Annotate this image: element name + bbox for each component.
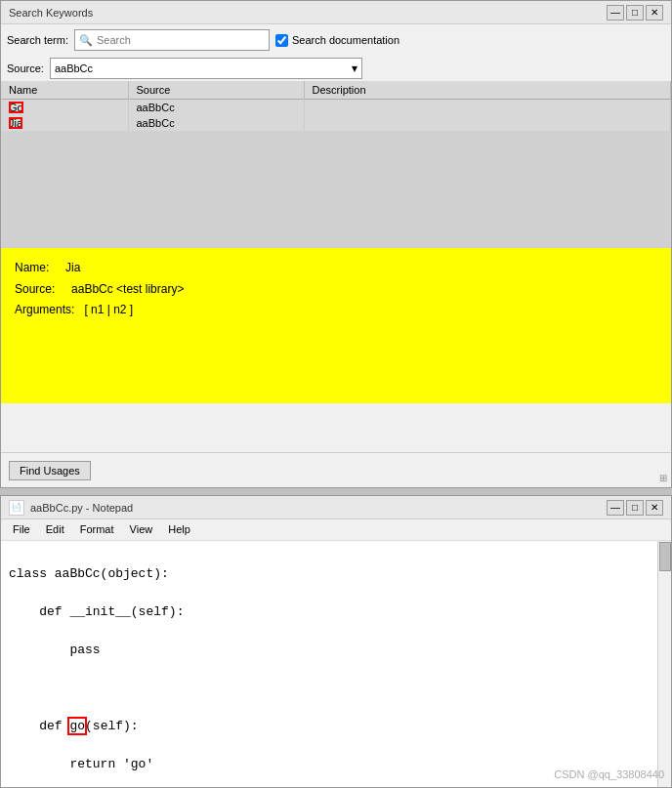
notepad-maximize-button[interactable]: □ [626, 500, 644, 516]
table-row[interactable]: Go aaBbCc [1, 100, 671, 116]
col-source: Source [128, 81, 304, 100]
row-description [304, 100, 671, 116]
source-value: aaBbCc [55, 62, 93, 74]
search-keywords-window: Search Keywords — □ ✕ Search term: 🔍 Sea… [0, 0, 672, 488]
notepad-title: aaBbCc.py - Notepad [30, 502, 133, 514]
code-line-4 [9, 679, 663, 698]
source-dropdown[interactable]: aaBbCc ▾ [50, 58, 362, 79]
search-toolbar: Search term: 🔍 Search documentation [1, 24, 671, 56]
highlight-go: go [69, 719, 85, 733]
col-name: Name [1, 81, 128, 100]
menu-file[interactable]: File [5, 521, 38, 538]
notepad-controls: — □ ✕ [607, 500, 663, 516]
source-label: Source: [7, 62, 44, 74]
notepad-title-left: 📄 aaBbCc.py - Notepad [9, 500, 133, 516]
search-window-titlebar: Search Keywords — □ ✕ [1, 1, 671, 24]
menu-edit[interactable]: Edit [38, 521, 72, 538]
row-source: aaBbCc [128, 100, 304, 116]
chevron-down-icon: ▾ [352, 62, 357, 75]
row-highlight-go: Go [9, 102, 23, 113]
search-term-label: Search term: [7, 34, 68, 46]
info-name-row: Name: Jia [15, 258, 657, 279]
search-window-controls: — □ ✕ [607, 5, 663, 21]
notepad-minimize-button[interactable]: — [607, 500, 624, 516]
notepad-file-icon: 📄 [9, 500, 24, 516]
menu-help[interactable]: Help [160, 521, 198, 538]
row-name: Go [1, 100, 128, 116]
search-doc-label: Search documentation [292, 34, 399, 46]
code-line-5: def go(self): [9, 717, 663, 736]
results-table-header: Name Source Description [1, 81, 671, 100]
info-panel: Name: Jia Source: aaBbCc <test library> … [1, 247, 671, 403]
notepad-menubar: File Edit Format View Help [1, 519, 671, 541]
minimize-button[interactable]: — [607, 5, 624, 21]
col-description: Description [304, 81, 671, 100]
info-args-value: [ n1 | n2 ] [84, 303, 133, 316]
maximize-button[interactable]: □ [626, 5, 644, 21]
search-window-title: Search Keywords [9, 7, 93, 19]
code-line-1: class aaBbCc(object): [9, 564, 663, 584]
close-button[interactable]: ✕ [646, 5, 663, 21]
info-source-label: Source: [15, 282, 55, 296]
row-name: Jia [1, 115, 128, 131]
search-bottom-toolbar: Find Usages ⊞ [1, 452, 671, 487]
info-source-row: Source: aaBbCc <test library> [15, 279, 657, 301]
search-icon: 🔍 [79, 34, 93, 47]
results-table-area[interactable]: Name Source Description Go aaBbCc Jia [1, 81, 671, 247]
results-table: Name Source Description Go aaBbCc Jia [1, 81, 671, 131]
search-input[interactable] [97, 34, 265, 46]
code-line-3: pass [9, 641, 663, 660]
notepad-scrollbar[interactable] [657, 541, 671, 787]
source-row: Source: aaBbCc ▾ [1, 56, 671, 81]
table-row[interactable]: Jia aaBbCc [1, 115, 671, 131]
notepad-close-button[interactable]: ✕ [646, 500, 663, 516]
notepad-window: 📄 aaBbCc.py - Notepad — □ ✕ File Edit Fo… [0, 495, 672, 788]
info-args-label: Arguments: [15, 303, 74, 316]
notepad-titlebar: 📄 aaBbCc.py - Notepad — □ ✕ [1, 496, 671, 519]
search-doc-checkbox-group[interactable]: Search documentation [275, 34, 399, 47]
search-doc-checkbox[interactable] [275, 34, 288, 47]
watermark: CSDN @qq_33808440 [554, 768, 664, 780]
find-usages-button[interactable]: Find Usages [9, 461, 91, 480]
row-highlight-jia: Jia [9, 117, 22, 129]
resize-grip-icon: ⊞ [659, 473, 667, 483]
menu-view[interactable]: View [122, 521, 161, 538]
info-source-value: aaBbCc <test library> [71, 282, 184, 296]
info-name-label: Name: [15, 261, 49, 274]
menu-format[interactable]: Format [72, 521, 122, 538]
row-description [304, 115, 671, 131]
info-name-value: Jia [65, 261, 80, 274]
info-args-row: Arguments: [ n1 | n2 ] [15, 300, 657, 321]
notepad-content[interactable]: class aaBbCc(object): def __init__(self)… [1, 541, 671, 783]
row-source: aaBbCc [128, 115, 304, 131]
results-table-body: Go aaBbCc Jia aaBbCc [1, 100, 671, 132]
code-line-2: def __init__(self): [9, 602, 663, 622]
search-input-wrap[interactable]: 🔍 [74, 29, 270, 51]
scroll-thumb[interactable] [659, 542, 671, 571]
